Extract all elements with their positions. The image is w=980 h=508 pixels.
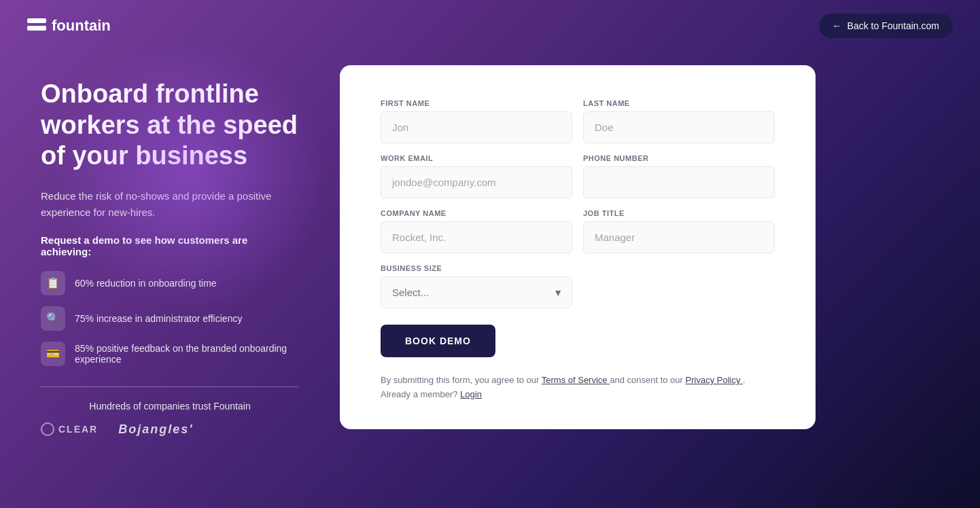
hero-subtitle: Reduce the risk of no-shows and provide … [41, 188, 299, 221]
cta-text: Request a demo to see how customers are … [41, 234, 299, 257]
job-title-label: JOB TITLE [583, 209, 775, 217]
book-demo-button[interactable]: BOOK DEMO [381, 325, 495, 357]
form-row-2: WORK EMAIL PHONE NUMBER [381, 154, 775, 198]
stat-icon-3: 💳 [41, 342, 65, 366]
work-email-label: WORK EMAIL [381, 154, 572, 162]
phone-input[interactable] [583, 166, 775, 198]
last-name-input[interactable] [583, 111, 775, 143]
form-card: FIRST NAME LAST NAME WORK EMAIL PHONE NU… [340, 65, 816, 429]
business-size-group: BUSINESS SIZE Select... 1-10 11-50 51-20… [381, 264, 572, 308]
terms-link[interactable]: Terms of Service [542, 375, 610, 385]
legal-middle: and consent to our [610, 375, 685, 385]
logo-icon [27, 18, 46, 33]
bojangles-logo-text: Bojangles' [118, 422, 193, 437]
left-panel: Onboard frontline workers at the speed o… [41, 65, 299, 437]
divider [41, 386, 299, 387]
privacy-link[interactable]: Privacy Policy [686, 375, 743, 385]
list-item: 📋 60% reduction in onboarding time [41, 271, 299, 295]
login-link[interactable]: Login [460, 389, 482, 399]
first-name-label: FIRST NAME [381, 99, 572, 107]
stat-text-3: 85% positive feedback on the branded onb… [75, 343, 299, 365]
clear-logo-text: CLEAR [58, 424, 98, 435]
stat-text-2: 75% increase in administrator efficiency [75, 313, 242, 324]
back-button[interactable]: ← Back to Fountain.com [819, 14, 953, 38]
first-name-group: FIRST NAME [381, 99, 572, 143]
first-name-input[interactable] [381, 111, 572, 143]
phone-label: PHONE NUMBER [583, 154, 775, 162]
form-row-3: COMPANY NAME JOB TITLE [381, 209, 775, 253]
back-arrow-icon: ← [833, 20, 842, 31]
job-title-input[interactable] [583, 221, 775, 253]
stat-icon-2: 🔍 [41, 306, 65, 331]
bojangles-logo: Bojangles' [118, 422, 193, 437]
form-row-1: FIRST NAME LAST NAME [381, 99, 775, 143]
logo: fountain [27, 17, 111, 35]
work-email-group: WORK EMAIL [381, 154, 572, 198]
company-name-input[interactable] [381, 221, 572, 253]
company-name-group: COMPANY NAME [381, 209, 572, 253]
main-content: Onboard frontline workers at the speed o… [0, 52, 980, 450]
header: fountain ← Back to Fountain.com [0, 0, 980, 52]
trust-text: Hundreds of companies trust Fountain [41, 401, 299, 412]
list-item: 🔍 75% increase in administrator efficien… [41, 306, 299, 331]
book-demo-label: BOOK DEMO [405, 335, 471, 346]
job-title-group: JOB TITLE [583, 209, 775, 253]
stat-icon-1: 📋 [41, 271, 65, 295]
last-name-group: LAST NAME [583, 99, 775, 143]
stat-text-1: 60% reduction in onboarding time [75, 278, 217, 289]
demo-form: FIRST NAME LAST NAME WORK EMAIL PHONE NU… [381, 99, 775, 402]
brand-logos-row: CLEAR Bojangles' [41, 422, 299, 437]
logo-text: fountain [52, 17, 111, 35]
list-item: 💳 85% positive feedback on the branded o… [41, 342, 299, 366]
stats-list: 📋 60% reduction in onboarding time 🔍 75%… [41, 271, 299, 366]
business-size-select-wrapper: Select... 1-10 11-50 51-200 201-500 501-… [381, 276, 572, 308]
clear-logo-icon [41, 422, 54, 436]
form-row-4: BUSINESS SIZE Select... 1-10 11-50 51-20… [381, 264, 775, 308]
clear-logo: CLEAR [41, 422, 98, 436]
last-name-label: LAST NAME [583, 99, 775, 107]
work-email-input[interactable] [381, 166, 572, 198]
legal-text: By submitting this form, you agree to ou… [381, 374, 775, 402]
hero-headline: Onboard frontline workers at the speed o… [41, 79, 299, 172]
legal-prefix: By submitting this form, you agree to ou… [381, 375, 542, 385]
back-button-label: Back to Fountain.com [847, 20, 939, 31]
phone-group: PHONE NUMBER [583, 154, 775, 198]
company-name-label: COMPANY NAME [381, 209, 572, 217]
business-size-label: BUSINESS SIZE [381, 264, 572, 272]
business-size-select[interactable]: Select... 1-10 11-50 51-200 201-500 501-… [381, 276, 572, 308]
